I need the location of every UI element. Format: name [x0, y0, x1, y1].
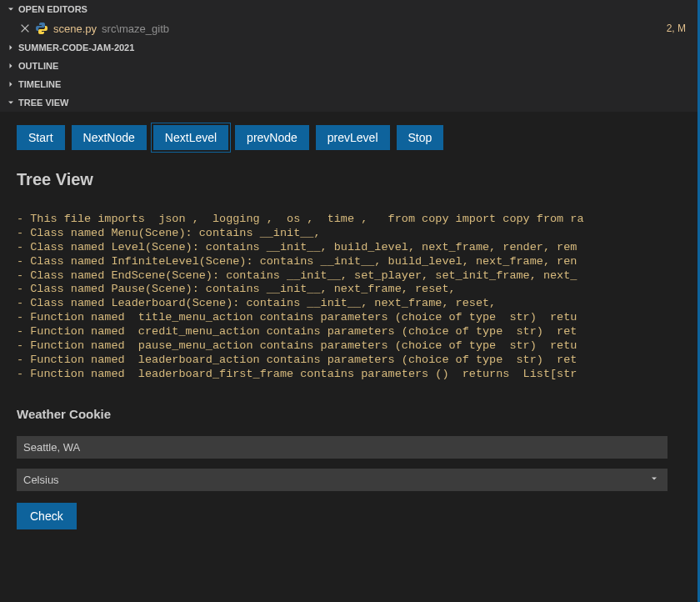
- open-editor-row[interactable]: scene.py src\maze_gitb 2, M: [0, 18, 698, 38]
- file-path: src\maze_gitb: [102, 23, 169, 35]
- start-button[interactable]: Start: [17, 125, 65, 150]
- section-outline[interactable]: OUTLINE: [0, 57, 698, 75]
- next-level-button[interactable]: NextLevel: [153, 125, 228, 150]
- unit-select[interactable]: Celsius: [17, 469, 668, 491]
- section-label: SUMMER-CODE-JAM-2021: [18, 43, 134, 53]
- weather-title: Weather Cookie: [17, 407, 698, 421]
- unit-select-value: Celsius: [23, 474, 59, 486]
- chevron-down-icon: [5, 3, 17, 15]
- file-status: 2, M: [667, 23, 691, 34]
- prev-node-button[interactable]: prevNode: [235, 125, 309, 150]
- tree-view-title: Tree View: [17, 170, 698, 189]
- tree-button-row: Start NextNode NextLevel prevNode prevLe…: [17, 125, 698, 150]
- section-summer[interactable]: SUMMER-CODE-JAM-2021: [0, 38, 698, 57]
- section-label: TIMELINE: [18, 79, 61, 89]
- chevron-down-icon: [5, 97, 17, 108]
- tree-view-panel: Start NextNode NextLevel prevNode prevLe…: [0, 112, 698, 602]
- section-label: TREE VIEW: [18, 98, 69, 108]
- section-open-editors[interactable]: OPEN EDITORS: [0, 0, 698, 18]
- check-button[interactable]: Check: [17, 503, 77, 529]
- section-label: OPEN EDITORS: [18, 4, 88, 14]
- close-icon[interactable]: [18, 22, 32, 35]
- chevron-right-icon: [5, 60, 17, 72]
- file-name: scene.py: [53, 23, 97, 35]
- stop-button[interactable]: Stop: [397, 125, 444, 150]
- chevron-right-icon: [5, 42, 17, 53]
- location-input[interactable]: [17, 436, 668, 459]
- chevron-right-icon: [5, 78, 17, 90]
- next-node-button[interactable]: NextNode: [72, 125, 147, 150]
- python-file-icon: [35, 22, 48, 35]
- section-label: OUTLINE: [18, 61, 58, 71]
- section-timeline[interactable]: TIMELINE: [0, 75, 698, 93]
- tree-code-block: - This file imports json , logging , os …: [17, 213, 698, 382]
- prev-level-button[interactable]: prevLevel: [316, 125, 390, 150]
- chevron-down-icon: [649, 474, 661, 485]
- section-tree-view[interactable]: TREE VIEW: [0, 93, 698, 112]
